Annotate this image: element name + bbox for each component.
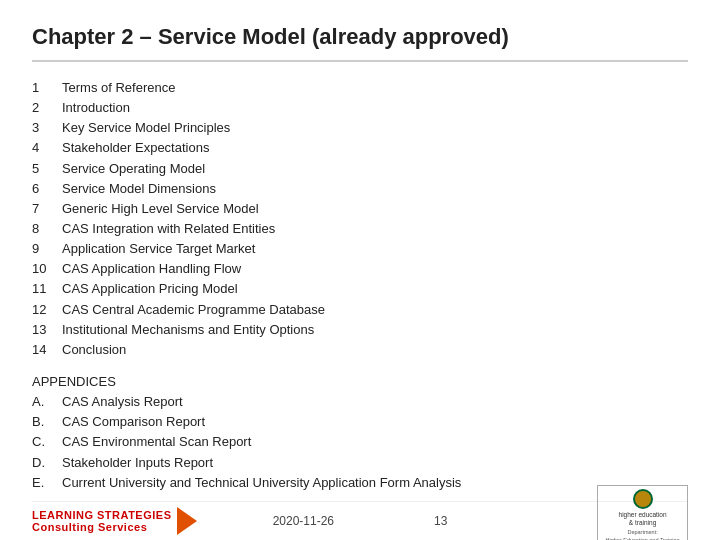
appendix-label: CAS Environmental Scan Report: [62, 432, 251, 452]
toc-item: 10CAS Application Handling Flow: [32, 259, 688, 279]
appendix-letter: E.: [32, 473, 62, 493]
toc-label: Generic High Level Service Model: [62, 199, 259, 219]
toc-num: 14: [32, 340, 62, 360]
logo-text: LEARNING STRATEGIES Consulting Services: [32, 509, 171, 533]
toc-label: Service Model Dimensions: [62, 179, 216, 199]
appendix-letter: C.: [32, 432, 62, 452]
toc-label: Institutional Mechanisms and Entity Opti…: [62, 320, 314, 340]
toc-num: 2: [32, 98, 62, 118]
appendices-section: APPENDICES A.CAS Analysis ReportB.CAS Co…: [32, 372, 688, 501]
appendix-item: A.CAS Analysis Report: [32, 392, 688, 412]
toc-item: 11CAS Application Pricing Model: [32, 279, 688, 299]
toc-label: Introduction: [62, 98, 130, 118]
toc-num: 12: [32, 300, 62, 320]
appendix-item: C.CAS Environmental Scan Report: [32, 432, 688, 452]
toc-item: 7Generic High Level Service Model: [32, 199, 688, 219]
toc-label: Service Operating Model: [62, 159, 205, 179]
toc-num: 5: [32, 159, 62, 179]
toc-num: 10: [32, 259, 62, 279]
footer-date: 2020-11-26: [273, 514, 334, 528]
toc-item: 2Introduction: [32, 98, 688, 118]
gov-logo-box: higher education& trainingDepartment:Hig…: [597, 485, 688, 540]
footer-logo-left: LEARNING STRATEGIES Consulting Services: [32, 507, 197, 535]
toc-label: Stakeholder Expectations: [62, 138, 209, 158]
toc-item: 9Application Service Target Market: [32, 239, 688, 259]
content-area: 1Terms of Reference2Introduction3Key Ser…: [32, 78, 688, 501]
toc-num: 4: [32, 138, 62, 158]
toc-label: CAS Application Handling Flow: [62, 259, 241, 279]
appendix-label: Current University and Technical Univers…: [62, 473, 461, 493]
toc-label: Application Service Target Market: [62, 239, 255, 259]
toc-item: 3Key Service Model Principles: [32, 118, 688, 138]
toc-num: 1: [32, 78, 62, 98]
appendix-item: D.Stakeholder Inputs Report: [32, 453, 688, 473]
toc-item: 6Service Model Dimensions: [32, 179, 688, 199]
toc-label: Terms of Reference: [62, 78, 175, 98]
footer: LEARNING STRATEGIES Consulting Services …: [32, 501, 688, 528]
toc-num: 6: [32, 179, 62, 199]
toc-num: 7: [32, 199, 62, 219]
toc-item: 8CAS Integration with Related Entities: [32, 219, 688, 239]
slide-title: Chapter 2 – Service Model (already appro…: [32, 24, 688, 62]
toc-item: 13Institutional Mechanisms and Entity Op…: [32, 320, 688, 340]
toc-num: 11: [32, 279, 62, 299]
footer-page: 13: [434, 514, 447, 528]
toc-item: 14Conclusion: [32, 340, 688, 360]
appendix-letter: D.: [32, 453, 62, 473]
appendices-title: APPENDICES: [32, 372, 688, 392]
toc-num: 9: [32, 239, 62, 259]
toc-label: CAS Application Pricing Model: [62, 279, 238, 299]
footer-date-page: 2020-11-26 13: [273, 514, 448, 528]
toc-item: 1Terms of Reference: [32, 78, 688, 98]
toc-num: 8: [32, 219, 62, 239]
gov-label: higher education& trainingDepartment:Hig…: [603, 511, 682, 540]
toc-item: 4Stakeholder Expectations: [32, 138, 688, 158]
toc-item: 12CAS Central Academic Programme Databas…: [32, 300, 688, 320]
toc-num: 13: [32, 320, 62, 340]
slide: Chapter 2 – Service Model (already appro…: [0, 0, 720, 540]
toc-label: Conclusion: [62, 340, 126, 360]
toc-label: CAS Central Academic Programme Database: [62, 300, 325, 320]
logo-line1: LEARNING STRATEGIES: [32, 509, 171, 521]
appendix-letter: B.: [32, 412, 62, 432]
footer-logo-right: higher education& trainingDepartment:Hig…: [597, 485, 688, 540]
logo-line2: Consulting Services: [32, 521, 171, 533]
appendix-item: B.CAS Comparison Report: [32, 412, 688, 432]
appendix-item: E.Current University and Technical Unive…: [32, 473, 688, 493]
toc-label: CAS Integration with Related Entities: [62, 219, 275, 239]
logo-arrow-icon: [177, 507, 197, 535]
appendix-letter: A.: [32, 392, 62, 412]
toc-item: 5Service Operating Model: [32, 159, 688, 179]
toc-label: Key Service Model Principles: [62, 118, 230, 138]
appendix-label: CAS Comparison Report: [62, 412, 205, 432]
appendix-label: Stakeholder Inputs Report: [62, 453, 213, 473]
appendix-label: CAS Analysis Report: [62, 392, 183, 412]
appendices-list: A.CAS Analysis ReportB.CAS Comparison Re…: [32, 392, 688, 493]
toc-list: 1Terms of Reference2Introduction3Key Ser…: [32, 78, 688, 360]
toc-num: 3: [32, 118, 62, 138]
